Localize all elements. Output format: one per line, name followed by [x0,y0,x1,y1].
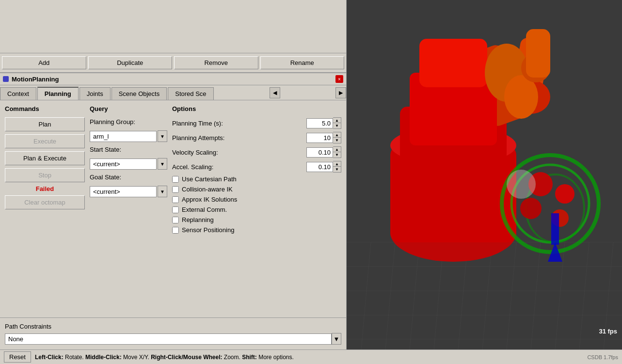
accel-scaling-label: Accel. Scaling: [172,163,304,171]
options-column: Options Planning Time (s): ▲ ▼ Planning … [172,105,341,313]
goal-state-dropdown[interactable]: <current> [90,186,157,197]
velocity-scaling-up[interactable]: ▲ [333,147,341,152]
tab-joints[interactable]: Joints [80,87,111,100]
buttons-row: Add Duplicate Remove Rename [0,53,346,73]
planning-group-row: arm_l ▼ [90,130,167,142]
viewport-3d-panel[interactable]: ◀ 31 fps [347,0,622,349]
close-button[interactable]: × [335,75,343,83]
query-column: Query Planning Group: arm_l ▼ Start Stat… [90,105,167,313]
status-label: Failed [5,185,85,192]
start-state-row: <current> ▼ [90,158,167,170]
tabs-row: Context Planning Joints Scene Objects St… [0,85,346,100]
motion-planning-title: MotionPlanning [12,76,333,83]
remove-button[interactable]: Remove [174,56,258,69]
left-panel: Add Duplicate Remove Rename MotionPlanni… [0,0,347,349]
start-state-label: Start State: [90,146,167,153]
velocity-scaling-label: Velocity Scaling: [172,149,304,156]
top-area [0,0,346,53]
svg-point-33 [520,198,542,219]
accel-scaling-arrows: ▲ ▼ [333,161,341,173]
clear-octomap-button[interactable]: Clear octomap [5,195,85,209]
tab-nav-right[interactable]: ▶ [335,87,346,98]
app-label: CSDB 1.7fps [587,354,618,360]
planning-attempts-arrows: ▲ ▼ [333,132,341,143]
svg-point-41 [507,170,536,199]
planning-time-input[interactable] [306,118,333,128]
planning-time-spinner: ▲ ▼ [306,117,341,129]
approx-ik-solutions-label: Approx IK Solutions [182,196,237,203]
tab-nav-left[interactable]: ◀ [270,87,280,98]
accel-scaling-row: Accel. Scaling: ▲ ▼ [172,161,341,173]
planning-time-up[interactable]: ▲ [333,118,341,123]
tab-planning[interactable]: Planning [37,87,79,100]
sensor-positioning-label: Sensor Positioning [182,226,234,234]
path-constraints-section: Path Constraints None ▼ [0,317,346,349]
plan-execute-button[interactable]: Plan & Execute [5,151,85,165]
use-cartesian-path-checkbox[interactable] [172,176,179,183]
planning-attempts-label: Planning Attempts: [172,134,304,142]
planning-group-dropdown[interactable]: arm_l [90,131,157,142]
sensor-positioning-row: Sensor Positioning [172,226,341,234]
planning-group-arrow[interactable]: ▼ [158,130,167,142]
tab-context[interactable]: Context [0,87,36,100]
goal-state-arrow[interactable]: ▼ [158,186,167,197]
fps-counter: 31 fps [599,328,617,335]
options-header: Options [172,105,341,112]
svg-point-32 [555,184,574,204]
external-comm-row: External Comm. [172,206,341,213]
tab-stored-scene[interactable]: Stored Sce [168,87,213,100]
planning-time-arrows: ▲ ▼ [333,117,341,129]
accel-scaling-up[interactable]: ▲ [333,161,341,167]
planning-time-label: Planning Time (s): [172,120,304,127]
reset-button[interactable]: Reset [4,351,31,363]
planning-attempts-input[interactable] [306,133,333,143]
goal-state-label: Goal State: [90,174,167,181]
collision-aware-ik-checkbox[interactable] [172,186,179,193]
path-constraints-row: None ▼ [5,333,341,345]
use-cartesian-path-label: Use Cartesian Path [182,175,237,183]
planning-attempts-row: Planning Attempts: ▲ ▼ [172,132,341,143]
start-state-arrow[interactable]: ▼ [158,158,167,170]
motion-planning-header: MotionPlanning × [0,73,346,85]
planning-time-down[interactable]: ▼ [333,123,341,128]
rename-button[interactable]: Rename [260,56,345,69]
add-button[interactable]: Add [2,56,86,69]
planning-attempts-up[interactable]: ▲ [333,132,341,138]
path-constraints-dropdown[interactable]: None [5,333,332,345]
plan-button[interactable]: Plan [5,117,85,131]
stop-button[interactable]: Stop [5,168,85,182]
use-cartesian-path-row: Use Cartesian Path [172,175,341,183]
replanning-label: Replanning [182,216,214,223]
tab-scene-objects[interactable]: Scene Objects [112,87,167,100]
approx-ik-solutions-row: Approx IK Solutions [172,196,341,203]
path-constraints-arrow[interactable]: ▼ [332,333,341,345]
start-state-dropdown[interactable]: <current> [90,158,157,170]
replanning-checkbox[interactable] [172,217,179,223]
planning-attempts-down[interactable]: ▼ [333,138,341,143]
velocity-scaling-row: Velocity Scaling: ▲ ▼ [172,146,341,158]
execute-button[interactable]: Execute [5,134,85,148]
velocity-scaling-input[interactable] [306,147,333,158]
accel-scaling-input[interactable] [306,162,333,172]
accel-scaling-down[interactable]: ▼ [333,167,341,172]
commands-column: Commands Plan Execute Plan & Execute Sto… [5,105,85,313]
velocity-scaling-arrows: ▲ ▼ [333,146,341,158]
velocity-scaling-spinner: ▲ ▼ [306,146,341,158]
svg-rect-27 [419,39,487,87]
collision-aware-ik-row: Collision-aware IK [172,186,341,193]
approx-ik-solutions-checkbox[interactable] [172,196,179,203]
goal-state-row: <current> ▼ [90,186,167,197]
planning-time-row: Planning Time (s): ▲ ▼ [172,117,341,129]
query-header: Query [90,105,167,112]
robot-scene [347,0,622,349]
status-bar: Reset Left-Click: Rotate. Middle-Click: … [0,349,622,364]
svg-rect-36 [551,213,559,245]
replanning-row: Replanning [172,216,341,223]
collision-aware-ik-label: Collision-aware IK [182,186,233,193]
path-constraints-label: Path Constraints [5,323,341,330]
duplicate-button[interactable]: Duplicate [88,56,173,69]
planning-group-label: Planning Group: [90,118,167,126]
sensor-positioning-checkbox[interactable] [172,227,179,234]
external-comm-checkbox[interactable] [172,206,179,213]
velocity-scaling-down[interactable]: ▼ [333,152,341,158]
